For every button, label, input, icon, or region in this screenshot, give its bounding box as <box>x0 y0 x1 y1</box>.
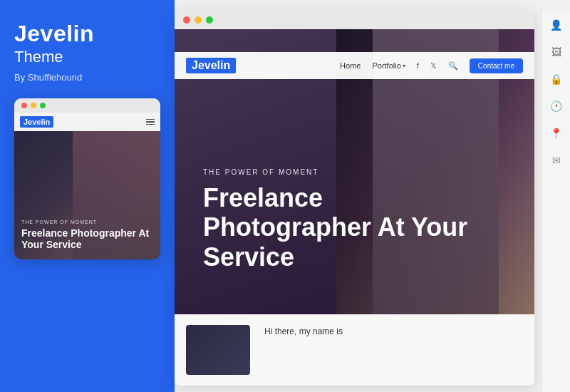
contact-me-button[interactable]: Contact me <box>470 58 523 73</box>
nav-link-home[interactable]: Home <box>340 61 361 70</box>
mobile-nav: Jevelin <box>14 113 160 131</box>
desktop-browser-bar <box>175 11 534 29</box>
nav-icon-facebook[interactable]: f <box>417 61 419 70</box>
desktop-dot-green <box>206 16 213 24</box>
icon-bar-lock[interactable]: 🔒 <box>549 72 564 86</box>
mobile-hero-text: THE POWER OF MOMENT Freelance Photograph… <box>21 220 153 252</box>
nav-icon-search[interactable]: 🔍 <box>448 61 458 71</box>
mobile-logo: Jevelin <box>20 116 53 128</box>
mobile-browser-bar <box>14 98 160 113</box>
mobile-headline: Freelance Photographer At Your Service <box>21 227 153 252</box>
nav-icon-twitter[interactable]: 𝕏 <box>430 61 437 71</box>
desktop-nav-links: Home Portfolio ▾ f 𝕏 🔍 Contact me <box>340 58 523 73</box>
desktop-dot-yellow <box>195 16 202 24</box>
icon-bar-pin[interactable]: 📍 <box>549 126 564 140</box>
mobile-dot-red <box>21 103 27 108</box>
mobile-hero: THE POWER OF MOMENT Freelance Photograph… <box>14 131 160 259</box>
icon-bar-mail[interactable]: ✉ <box>549 153 564 167</box>
mobile-site: Jevelin THE POWER OF MOMENT Freelance Ph… <box>14 113 160 259</box>
theme-subtitle: Theme <box>14 48 160 66</box>
icon-bar-person[interactable]: 👤 <box>549 18 564 32</box>
right-panel: Jevelin Home Portfolio ▾ f 𝕏 🔍 Contact m… <box>175 0 570 392</box>
desktop-site: Jevelin Home Portfolio ▾ f 𝕏 🔍 Contact m… <box>175 29 534 386</box>
desktop-headline: Freelance Photographer At Your Service <box>203 183 488 272</box>
icon-bar-image[interactable]: 🖼 <box>549 45 564 59</box>
mobile-hamburger-icon[interactable] <box>146 119 155 125</box>
desktop-below-hero: Hi there, my name is <box>175 314 534 386</box>
mobile-preview-card: Jevelin THE POWER OF MOMENT Freelance Ph… <box>14 98 160 259</box>
desktop-nav: Jevelin Home Portfolio ▾ f 𝕏 🔍 Contact m… <box>175 52 534 79</box>
desktop-preview-card: Jevelin Home Portfolio ▾ f 𝕏 🔍 Contact m… <box>175 11 534 386</box>
icon-bar-clock[interactable]: 🕐 <box>549 99 564 113</box>
mobile-dot-green <box>40 103 46 108</box>
left-panel: Jevelin Theme By Shufflehound Jevelin TH… <box>0 0 175 392</box>
desktop-dot-red <box>183 16 190 24</box>
mobile-dot-yellow <box>31 103 36 108</box>
icon-bar: 👤 🖼 🔒 🕐 📍 ✉ <box>542 11 570 392</box>
mobile-power-text: THE POWER OF MOMENT <box>21 220 153 225</box>
portfolio-arrow-icon: ▾ <box>403 63 405 69</box>
theme-by: By Shufflehound <box>14 72 160 83</box>
desktop-logo: Jevelin <box>186 58 236 73</box>
desktop-hero: Jevelin Home Portfolio ▾ f 𝕏 🔍 Contact m… <box>175 29 534 314</box>
desktop-power-text: THE POWER OF MOMENT <box>203 168 488 176</box>
nav-link-portfolio[interactable]: Portfolio ▾ <box>372 61 405 70</box>
below-hero-image <box>186 325 250 375</box>
theme-title: Jevelin <box>14 21 160 46</box>
desktop-hero-content: THE POWER OF MOMENT Freelance Photograph… <box>203 168 488 272</box>
below-hero-text: Hi there, my name is <box>264 325 343 338</box>
